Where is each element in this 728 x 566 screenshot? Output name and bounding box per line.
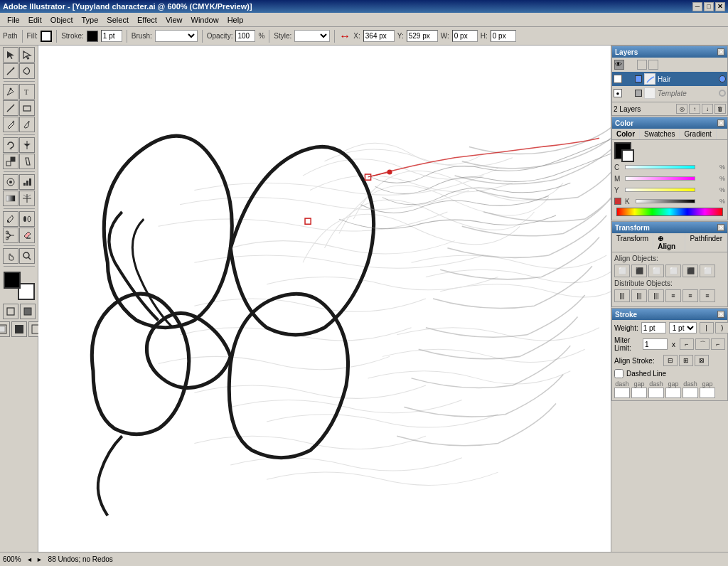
align-right-btn[interactable]: ⬜ (648, 265, 664, 277)
menu-object[interactable]: Object (46, 14, 77, 26)
lasso-tool[interactable] (19, 63, 35, 79)
layer-template-vis[interactable]: ● (614, 89, 622, 97)
align-center-h-btn[interactable]: ⬛ (631, 265, 647, 277)
stroke-outside-btn[interactable]: ⊠ (695, 355, 709, 366)
minimize-button[interactable]: ─ (692, 2, 702, 11)
scissors-tool[interactable] (3, 228, 18, 243)
close-button[interactable]: ✕ (715, 2, 725, 11)
align-top-btn[interactable]: ⬜ (665, 265, 681, 277)
status-prev-btn[interactable]: ◄ (26, 555, 34, 564)
color-spectrum-bar[interactable] (616, 208, 723, 216)
layers-trash-btn[interactable]: 🗑 (714, 104, 726, 114)
align-center-v-btn[interactable]: ⬛ (682, 265, 698, 277)
layer-hair[interactable]: ● Hair (612, 72, 727, 86)
align-left-btn[interactable]: ⬜ (614, 265, 630, 277)
h-input[interactable] (491, 30, 516, 42)
stroke-miter-field[interactable] (643, 338, 668, 350)
tab-transform[interactable]: Transform (612, 233, 653, 252)
dist-top-btn[interactable]: ≡ (665, 289, 681, 302)
preview-view-btn[interactable] (20, 304, 36, 319)
menu-help[interactable]: Help (223, 14, 248, 26)
eye-icon[interactable]: 👁 (614, 60, 624, 70)
dist-right-btn[interactable]: ||| (648, 289, 664, 302)
eyedropper-tool[interactable] (3, 211, 18, 227)
fullscreen-btn[interactable] (0, 321, 10, 337)
tab-gradient[interactable]: Gradient (680, 129, 716, 139)
gap-input-1[interactable] (631, 388, 647, 398)
stroke-weight-field[interactable] (641, 322, 666, 333)
y-slider[interactable] (625, 188, 695, 192)
stroke-weight-input[interactable] (101, 30, 122, 42)
cap-round-btn[interactable]: ) (715, 322, 728, 333)
handle-point-1[interactable] (387, 170, 392, 174)
stroke-weight-dropdown[interactable]: 1 pt 2 pt 3 pt (669, 322, 697, 333)
menu-effect[interactable]: Effect (133, 14, 161, 26)
foreground-swatch[interactable] (614, 142, 631, 159)
stroke-color-front[interactable] (4, 272, 21, 289)
y-input[interactable] (407, 30, 438, 42)
dash-input-2[interactable] (648, 388, 664, 398)
k-slider[interactable] (636, 199, 695, 203)
layers-panel-close[interactable]: ✕ (717, 48, 724, 55)
graph-tool[interactable] (19, 174, 35, 190)
magic-wand-tool[interactable] (3, 63, 18, 79)
hand-tool[interactable] (3, 248, 18, 264)
menu-edit[interactable]: Edit (24, 14, 46, 26)
stroke-swatch[interactable] (87, 31, 98, 42)
background-swatch[interactable] (621, 149, 634, 162)
align-panel-close[interactable]: ✕ (717, 224, 724, 231)
tab-pathfinder[interactable]: Pathfinder (685, 233, 727, 252)
shear-tool[interactable] (19, 154, 35, 169)
layer-template[interactable]: ● Template (612, 86, 727, 100)
stroke-panel-close[interactable]: ✕ (717, 311, 724, 318)
m-slider[interactable] (625, 176, 695, 181)
brush-tool[interactable] (19, 117, 35, 132)
menu-select[interactable]: Select (102, 14, 133, 26)
mesh-tool[interactable] (19, 191, 35, 206)
dist-center-v-btn[interactable]: ≡ (682, 289, 698, 302)
line-tool[interactable] (3, 100, 18, 116)
gradient-tool[interactable] (3, 191, 18, 206)
align-bottom-btn[interactable]: ⬜ (700, 265, 715, 277)
canvas-area[interactable] (38, 46, 611, 552)
direct-selection-tool[interactable] (19, 47, 35, 63)
join-round-btn[interactable]: ⌒ (695, 338, 710, 350)
fill-swatch[interactable] (41, 31, 52, 42)
fullscreen2-btn[interactable] (11, 321, 27, 337)
brush-dropdown[interactable] (155, 30, 198, 42)
type-tool[interactable]: T (19, 84, 35, 100)
layers-create-btn[interactable]: ◎ (676, 104, 687, 114)
layers-move-down-btn[interactable]: ↓ (702, 104, 713, 114)
dist-center-h-btn[interactable]: ||| (631, 289, 647, 302)
zoom-tool[interactable] (19, 248, 35, 264)
selection-tool[interactable] (3, 47, 18, 63)
gap-input-3[interactable] (700, 388, 715, 398)
anchor-point-2[interactable] (305, 218, 311, 224)
menu-type[interactable]: Type (77, 14, 103, 26)
pencil-tool[interactable] (3, 117, 18, 132)
tab-align[interactable]: ⊕ Align (653, 233, 685, 252)
color-panel-close[interactable]: ✕ (717, 119, 724, 127)
dist-bottom-btn[interactable]: ≡ (700, 289, 715, 302)
scale-tool[interactable] (3, 154, 18, 169)
dashed-line-checkbox[interactable] (614, 369, 623, 378)
rotate-tool[interactable] (3, 137, 18, 153)
c-slider[interactable] (625, 165, 695, 169)
join-bevel-btn[interactable]: ⌐ (711, 338, 725, 350)
pen-main-tool[interactable] (3, 84, 18, 100)
tab-swatches[interactable]: Swatches (640, 129, 680, 139)
rect-tool[interactable] (19, 100, 35, 116)
normal-view-btn[interactable] (3, 304, 18, 319)
status-next-btn[interactable]: ► (36, 555, 44, 564)
layer-hair-vis[interactable]: ● (614, 75, 622, 83)
maximize-button[interactable]: □ (704, 2, 714, 11)
menu-file[interactable]: File (3, 14, 24, 26)
cap-butt-btn[interactable]: | (700, 322, 714, 333)
layers-move-btn[interactable]: ↑ (689, 104, 700, 114)
menu-window[interactable]: Window (187, 14, 223, 26)
w-input[interactable] (452, 30, 478, 42)
symbol-tool[interactable] (3, 174, 18, 190)
join-miter-btn[interactable]: ⌐ (680, 338, 694, 350)
dist-left-btn[interactable]: ||| (614, 289, 630, 302)
tab-color[interactable]: Color (612, 129, 640, 139)
